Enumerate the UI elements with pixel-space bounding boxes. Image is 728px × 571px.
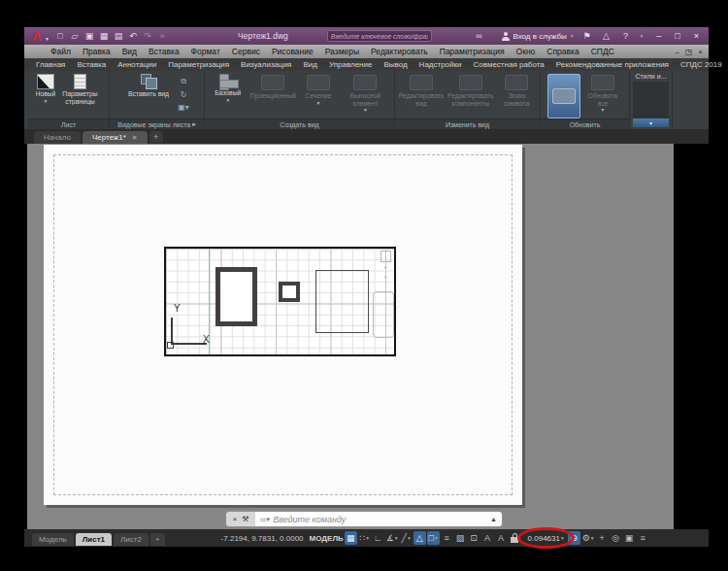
styles-panel-expand[interactable]: ▾ — [633, 118, 669, 127]
close-command-icon[interactable]: × — [233, 515, 238, 523]
new-drawing-tab-button[interactable]: + — [149, 131, 163, 143]
clip-viewport-icon[interactable]: ⧉ — [177, 76, 190, 87]
cleanscreen-icon[interactable]: ▣ — [623, 531, 636, 545]
save-as-icon[interactable]: ▦ — [98, 30, 110, 42]
plot-icon[interactable]: ▤ — [113, 30, 124, 42]
autodesk360-flag-icon[interactable]: ⚑ — [581, 30, 593, 42]
redo-icon[interactable]: ↷ — [142, 30, 153, 42]
open-file-icon[interactable]: ▱ — [69, 30, 81, 42]
isolate-objects-icon[interactable]: ◎ — [610, 531, 622, 545]
ribbon-tab-spds[interactable]: СПДС 2019 — [675, 60, 728, 69]
lock-viewport-icon[interactable]: ▣▾ — [177, 101, 190, 113]
new-file-icon[interactable]: □ — [54, 30, 66, 42]
auto-update-button[interactable] — [547, 74, 580, 118]
file-tab-start[interactable]: Начало — [34, 131, 81, 144]
search-binoculars-icon[interactable]: ∞ — [473, 30, 484, 42]
annotation-monitor-icon[interactable]: ⊕ — [568, 531, 580, 545]
ribbon-tab-collaborate[interactable]: Совместная работа — [468, 60, 550, 69]
menu-modify[interactable]: Редактировать — [366, 47, 433, 56]
qat-customize-icon[interactable]: » — [156, 30, 168, 42]
menu-help[interactable]: Справка — [542, 47, 583, 56]
maximize-button[interactable]: □ — [675, 32, 679, 41]
ribbon-tab-addins[interactable]: Надстройки — [414, 60, 468, 69]
menu-window[interactable]: Окно — [512, 47, 541, 56]
new-layout-button[interactable]: Новый ▾ — [36, 74, 56, 104]
snap-toggle-icon[interactable]: ∷▾ — [358, 531, 371, 545]
app-menu-chevron-icon[interactable]: ▾ — [46, 35, 49, 42]
minimize-button[interactable]: – — [656, 32, 661, 41]
menu-dimension[interactable]: Размеры — [320, 47, 364, 56]
styles-panel-label: Стили и... — [630, 71, 672, 80]
doc-close-icon[interactable]: × — [698, 48, 703, 56]
scale-chevron-icon[interactable]: ▾ — [561, 535, 564, 541]
help-chevron-icon[interactable]: ▾ — [641, 33, 644, 39]
ribbon-tab-parametric[interactable]: Параметризация — [162, 60, 235, 69]
app-store-icon[interactable]: △ — [601, 30, 612, 42]
menu-tools[interactable]: Сервис — [227, 47, 265, 56]
ribbon-tab-visualize[interactable]: Визуализация — [235, 60, 297, 69]
layout1-tab[interactable]: Лист1 — [76, 533, 112, 546]
undo-icon[interactable]: ↶ — [127, 30, 139, 42]
customization-gear-icon[interactable]: ⚙▾ — [581, 531, 595, 545]
model-tab[interactable]: Модель — [32, 533, 74, 546]
help-search-input[interactable]: Введите ключевое слово/фразу — [327, 30, 432, 42]
new-layout-tab-button[interactable]: + — [150, 533, 165, 546]
polar-tracking-icon[interactable]: ∡▾ — [385, 531, 399, 545]
lock-ui-icon[interactable] — [509, 531, 521, 545]
file-tab-drawing1[interactable]: Чертеж1* ✕ — [83, 131, 148, 144]
panel-expand-icon[interactable]: ▸ — [192, 120, 196, 128]
menu-file[interactable]: Файл — [46, 47, 76, 56]
menu-insert[interactable]: Вставка — [144, 47, 184, 56]
ribbon-tab-insert[interactable]: Вставка — [71, 60, 112, 69]
menu-edit[interactable]: Правка — [78, 47, 116, 56]
customize-wrench-icon[interactable]: ⚒ — [242, 515, 248, 523]
ribbon-tab-manage[interactable]: Управление — [323, 60, 378, 69]
ribbon-tab-view[interactable]: Вид — [297, 60, 322, 69]
sign-in-button[interactable]: Вход в службы ▾ — [502, 32, 573, 41]
annotation-visibility-icon[interactable]: А — [481, 531, 494, 545]
tab-close-icon[interactable]: ✕ — [132, 134, 138, 142]
command-prompt-icon[interactable]: ▭▾ — [260, 516, 270, 523]
edit-view-icon — [410, 75, 433, 90]
close-button[interactable]: × — [694, 32, 699, 41]
help-icon[interactable]: ? — [620, 30, 632, 42]
command-line-grip[interactable]: × ⚒ — [226, 512, 255, 526]
layout2-tab[interactable]: Лист2 — [114, 533, 149, 546]
ortho-toggle-icon[interactable]: ∟ — [372, 531, 384, 545]
add-cleanscreen-icon[interactable]: + — [596, 531, 609, 545]
isodraft-icon[interactable]: ╱▾ — [400, 531, 413, 545]
autocad-logo-icon[interactable]: A — [28, 29, 46, 44]
menu-draw[interactable]: Рисование — [267, 47, 318, 56]
object-snap-icon[interactable]: □▾ — [427, 531, 440, 545]
command-input[interactable]: ▭▾ Введите команду ▲ — [255, 512, 502, 526]
menu-format[interactable]: Формат — [186, 47, 225, 56]
rectangular-viewport-icon[interactable]: ↻ — [177, 88, 190, 100]
doc-restore-icon[interactable]: ◳ — [685, 48, 693, 56]
doc-minimize-icon[interactable]: – — [675, 48, 678, 56]
grid-toggle-icon[interactable]: ▦ — [345, 531, 357, 545]
transparency-icon[interactable]: ▨ — [454, 531, 467, 545]
menu-view[interactable]: Вид — [117, 47, 142, 56]
insert-view-button[interactable]: Вставить вид — [123, 74, 174, 98]
ribbon-tab-home[interactable]: Главная — [30, 60, 71, 69]
viewport-scale-control[interactable]: 0.094631 ▾ — [525, 531, 567, 545]
page-setup-button[interactable]: Параметры страницы — [58, 74, 101, 105]
ribbon-tab-annotate[interactable]: Аннотации — [112, 60, 162, 69]
layout-canvas[interactable]: + + Y X × ⚒ — [27, 144, 674, 529]
model-space-toggle[interactable]: МОДЕЛЬ — [310, 534, 344, 543]
layout-viewport[interactable]: + + Y X — [164, 247, 396, 356]
status-bar: Модель Лист1 Лист2 + -7.2194, 9.7831, 0.… — [24, 529, 709, 547]
lineweight-icon[interactable]: ≡ — [441, 531, 453, 545]
object-snap-tracking-icon[interactable]: △ — [414, 531, 426, 545]
menu-parametric[interactable]: Параметризация — [435, 47, 510, 56]
selection-cycling-icon[interactable]: ⊡ — [468, 531, 480, 545]
save-icon[interactable]: ▣ — [83, 30, 95, 42]
status-menu-icon[interactable]: ≡ — [637, 531, 649, 545]
ribbon-tab-output[interactable]: Вывод — [378, 60, 413, 69]
paper-sheet[interactable]: + + Y X — [44, 145, 522, 505]
annotation-autoscale-icon[interactable]: А — [495, 531, 508, 545]
base-view-button[interactable]: Базовый ▾ — [209, 74, 248, 103]
ribbon-tab-featured-apps[interactable]: Рекомендованные приложения — [550, 60, 675, 69]
command-history-icon[interactable]: ▲ — [490, 516, 497, 522]
menu-spds[interactable]: СПДС — [586, 47, 619, 56]
